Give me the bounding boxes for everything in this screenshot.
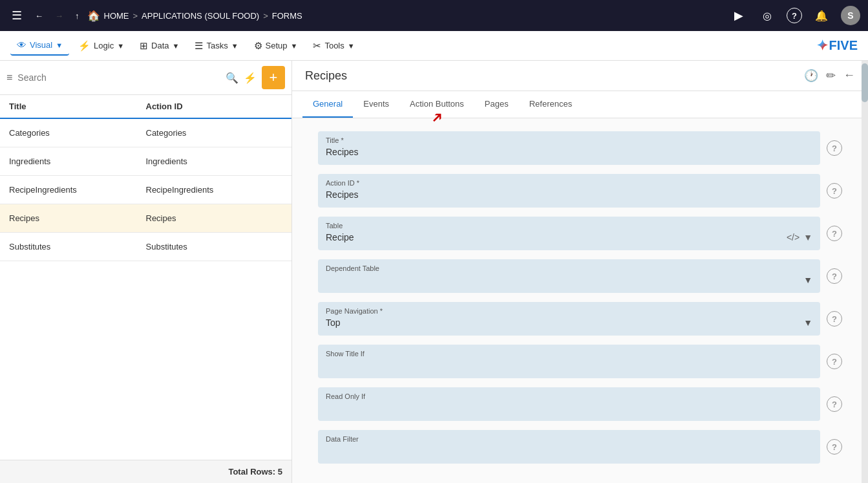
- page-nav-dropdown-icon[interactable]: ▼: [803, 317, 812, 328]
- page-nav-value: Top: [326, 317, 341, 328]
- table-label: Table: [326, 222, 812, 230]
- form-row-dependent-table: Dependent Table ▼ ?: [318, 259, 842, 293]
- table-field[interactable]: Table Recipe </> ▼: [318, 217, 820, 250]
- toolbar-tasks[interactable]: ☰ Tasks ▼: [188, 36, 244, 56]
- tasks-label: Tasks: [206, 41, 228, 50]
- table-header: Title Action ID: [0, 95, 291, 119]
- forward-icon[interactable]: →: [51, 8, 67, 23]
- action-id-label: Action ID *: [326, 179, 812, 187]
- history-icon[interactable]: 🕐: [804, 69, 818, 83]
- table-row[interactable]: Categories Categories: [0, 119, 291, 147]
- bell-icon[interactable]: 🔔: [812, 6, 831, 25]
- title-field[interactable]: Title * Recipes: [318, 131, 820, 165]
- toolbar-setup[interactable]: ⚙ Setup ▼: [248, 36, 304, 56]
- scrollbar-thumb[interactable]: [862, 63, 868, 102]
- table-row[interactable]: Substitutes Substitutes: [0, 233, 291, 261]
- title-help[interactable]: ?: [827, 140, 842, 156]
- data-filter-help[interactable]: ?: [827, 439, 842, 455]
- right-header-icons: 🕐 ✏ ←: [804, 69, 855, 83]
- tab-general[interactable]: General: [302, 91, 353, 118]
- home-icon: 🏠: [87, 10, 100, 22]
- search-button[interactable]: ◎: [758, 6, 776, 25]
- form-row-page-nav: Page Navigation * Top ▼ ?: [318, 302, 842, 336]
- sep1: >: [133, 11, 138, 21]
- help-button[interactable]: ?: [787, 8, 802, 23]
- tab-action-buttons[interactable]: Action Buttons: [399, 91, 474, 118]
- five-logo: ✦ FIVE: [816, 38, 858, 54]
- table-row-selected[interactable]: Recipes Recipes: [0, 204, 291, 233]
- scrollbar[interactable]: [862, 61, 868, 483]
- logic-dropdown-icon: ▼: [117, 42, 124, 50]
- form-row-table: Table Recipe </> ▼ ?: [318, 217, 842, 250]
- home-label[interactable]: HOME: [104, 11, 129, 21]
- back-icon[interactable]: ←: [843, 69, 855, 83]
- logo-text: FIVE: [829, 38, 858, 53]
- setup-label: Setup: [266, 41, 288, 50]
- row-action: Ingredients: [146, 156, 283, 166]
- action-id-help[interactable]: ?: [827, 183, 842, 199]
- table-value: Recipe: [326, 232, 354, 242]
- show-title-help[interactable]: ?: [827, 354, 842, 369]
- col-title-header: Title: [9, 102, 146, 111]
- action-id-field[interactable]: Action ID * Recipes: [318, 174, 820, 208]
- main-layout: ≡ 🔍 ⚡ + Title Action ID Categories Categ…: [0, 61, 868, 483]
- back-icon[interactable]: ←: [31, 8, 47, 23]
- show-title-field[interactable]: Show Title If: [318, 345, 820, 378]
- read-only-help[interactable]: ?: [827, 396, 842, 412]
- toolbar-visual[interactable]: 👁 Visual ▼: [10, 36, 69, 56]
- page-nav-field[interactable]: Page Navigation * Top ▼: [318, 302, 820, 336]
- avatar[interactable]: S: [841, 6, 860, 25]
- tab-pages[interactable]: Pages: [474, 91, 519, 118]
- left-panel: ≡ 🔍 ⚡ + Title Action ID Categories Categ…: [0, 61, 292, 483]
- page-nav-inner: Top ▼: [326, 317, 812, 328]
- toolbar-logic[interactable]: ⚡ Logic ▼: [72, 36, 131, 56]
- form-row-action-id: Action ID * Recipes ?: [318, 174, 842, 208]
- logic-icon: ⚡: [78, 40, 90, 52]
- forms-label[interactable]: FORMS: [272, 11, 302, 21]
- row-title: Categories: [9, 128, 146, 138]
- form-row-read-only: Read Only If ?: [318, 387, 842, 421]
- up-icon[interactable]: ↑: [71, 8, 83, 23]
- data-filter-field[interactable]: Data Filter: [318, 430, 820, 464]
- page-nav-label: Page Navigation *: [326, 307, 812, 315]
- app-label[interactable]: APPLICATIONS (SOUL FOOD): [142, 11, 259, 21]
- dependent-table-label: Dependent Table: [326, 264, 812, 272]
- tasks-icon: ☰: [195, 40, 203, 52]
- logo-star-icon: ✦: [816, 38, 828, 54]
- menu-icon[interactable]: ☰: [8, 6, 26, 25]
- sep2: >: [263, 11, 268, 21]
- dependent-table-help[interactable]: ?: [827, 268, 842, 284]
- action-id-value: Recipes: [326, 189, 812, 200]
- top-bar-right: ▶ ◎ ? 🔔 S: [730, 6, 860, 25]
- dependent-table-inner: ▼: [326, 275, 812, 285]
- flash-icon[interactable]: ⚡: [244, 72, 257, 84]
- secondary-toolbar: 👁 Visual ▼ ⚡ Logic ▼ ⊞ Data ▼ ☰ Tasks ▼ …: [0, 31, 868, 61]
- toolbar-tools[interactable]: ✂ Tools ▼: [306, 36, 361, 56]
- right-title: Recipes: [305, 69, 347, 83]
- tab-references[interactable]: References: [519, 91, 582, 118]
- col-action-header: Action ID: [146, 102, 283, 111]
- code-icon[interactable]: </>: [787, 232, 799, 242]
- toolbar-data[interactable]: ⊞ Data ▼: [133, 36, 185, 56]
- table-icons: </> ▼: [787, 232, 812, 242]
- dependent-table-field[interactable]: Dependent Table ▼: [318, 259, 820, 293]
- play-button[interactable]: ▶: [730, 6, 748, 25]
- read-only-field[interactable]: Read Only If: [318, 387, 820, 421]
- show-title-label: Show Title If: [326, 350, 812, 358]
- add-button[interactable]: +: [262, 66, 285, 89]
- table-help[interactable]: ?: [827, 226, 842, 241]
- filter-icon[interactable]: ≡: [6, 72, 12, 83]
- tab-events[interactable]: Events: [353, 91, 399, 118]
- search-input[interactable]: [17, 72, 220, 83]
- row-title: RecipeIngredients: [9, 185, 146, 195]
- table-dropdown-icon[interactable]: ▼: [803, 232, 812, 242]
- tools-label: Tools: [324, 41, 344, 50]
- right-panel: Recipes 🕐 ✏ ← General Events Action Butt…: [292, 61, 868, 483]
- table-row[interactable]: Ingredients Ingredients: [0, 147, 291, 176]
- edit-icon[interactable]: ✏: [826, 69, 836, 83]
- dependent-table-dropdown-icon[interactable]: ▼: [803, 275, 812, 285]
- search-bar: ≡ 🔍 ⚡ +: [0, 61, 291, 95]
- page-nav-help[interactable]: ?: [827, 311, 842, 327]
- table-row[interactable]: RecipeIngredients RecipeIngredients: [0, 176, 291, 204]
- search-icon[interactable]: 🔍: [226, 72, 238, 84]
